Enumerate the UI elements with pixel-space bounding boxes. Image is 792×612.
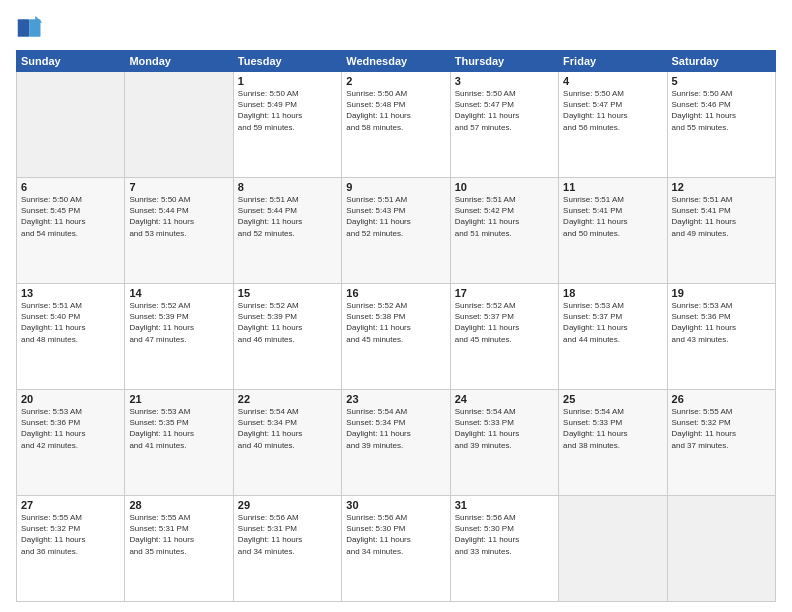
day-number: 14: [129, 287, 228, 299]
day-info: Sunrise: 5:53 AMSunset: 5:35 PMDaylight:…: [129, 406, 228, 451]
day-number: 10: [455, 181, 554, 193]
svg-marker-3: [35, 16, 42, 23]
day-number: 25: [563, 393, 662, 405]
day-info: Sunrise: 5:50 AMSunset: 5:45 PMDaylight:…: [21, 194, 120, 239]
calendar-cell: 5Sunrise: 5:50 AMSunset: 5:46 PMDaylight…: [667, 72, 775, 178]
weekday-header-wednesday: Wednesday: [342, 51, 450, 72]
calendar-cell: 16Sunrise: 5:52 AMSunset: 5:38 PMDayligh…: [342, 284, 450, 390]
day-number: 26: [672, 393, 771, 405]
day-info: Sunrise: 5:53 AMSunset: 5:36 PMDaylight:…: [21, 406, 120, 451]
day-number: 1: [238, 75, 337, 87]
day-number: 9: [346, 181, 445, 193]
day-number: 30: [346, 499, 445, 511]
calendar-cell: 29Sunrise: 5:56 AMSunset: 5:31 PMDayligh…: [233, 496, 341, 602]
day-info: Sunrise: 5:56 AMSunset: 5:31 PMDaylight:…: [238, 512, 337, 557]
calendar-cell: [17, 72, 125, 178]
calendar-cell: 19Sunrise: 5:53 AMSunset: 5:36 PMDayligh…: [667, 284, 775, 390]
calendar-cell: 13Sunrise: 5:51 AMSunset: 5:40 PMDayligh…: [17, 284, 125, 390]
day-number: 5: [672, 75, 771, 87]
day-info: Sunrise: 5:51 AMSunset: 5:44 PMDaylight:…: [238, 194, 337, 239]
calendar-cell: [559, 496, 667, 602]
weekday-header-saturday: Saturday: [667, 51, 775, 72]
calendar-table: SundayMondayTuesdayWednesdayThursdayFrid…: [16, 50, 776, 602]
calendar-cell: 14Sunrise: 5:52 AMSunset: 5:39 PMDayligh…: [125, 284, 233, 390]
day-info: Sunrise: 5:56 AMSunset: 5:30 PMDaylight:…: [455, 512, 554, 557]
week-row-2: 6Sunrise: 5:50 AMSunset: 5:45 PMDaylight…: [17, 178, 776, 284]
calendar-cell: 22Sunrise: 5:54 AMSunset: 5:34 PMDayligh…: [233, 390, 341, 496]
day-number: 8: [238, 181, 337, 193]
week-row-4: 20Sunrise: 5:53 AMSunset: 5:36 PMDayligh…: [17, 390, 776, 496]
calendar-cell: 23Sunrise: 5:54 AMSunset: 5:34 PMDayligh…: [342, 390, 450, 496]
weekday-header-monday: Monday: [125, 51, 233, 72]
day-info: Sunrise: 5:50 AMSunset: 5:46 PMDaylight:…: [672, 88, 771, 133]
day-number: 24: [455, 393, 554, 405]
day-number: 21: [129, 393, 228, 405]
weekday-header-tuesday: Tuesday: [233, 51, 341, 72]
day-info: Sunrise: 5:50 AMSunset: 5:47 PMDaylight:…: [455, 88, 554, 133]
calendar-cell: 11Sunrise: 5:51 AMSunset: 5:41 PMDayligh…: [559, 178, 667, 284]
calendar-cell: 18Sunrise: 5:53 AMSunset: 5:37 PMDayligh…: [559, 284, 667, 390]
calendar-cell: 7Sunrise: 5:50 AMSunset: 5:44 PMDaylight…: [125, 178, 233, 284]
day-info: Sunrise: 5:50 AMSunset: 5:44 PMDaylight:…: [129, 194, 228, 239]
day-number: 31: [455, 499, 554, 511]
day-number: 11: [563, 181, 662, 193]
week-row-3: 13Sunrise: 5:51 AMSunset: 5:40 PMDayligh…: [17, 284, 776, 390]
day-info: Sunrise: 5:52 AMSunset: 5:39 PMDaylight:…: [129, 300, 228, 345]
day-number: 19: [672, 287, 771, 299]
calendar-cell: 10Sunrise: 5:51 AMSunset: 5:42 PMDayligh…: [450, 178, 558, 284]
calendar-cell: 31Sunrise: 5:56 AMSunset: 5:30 PMDayligh…: [450, 496, 558, 602]
week-row-5: 27Sunrise: 5:55 AMSunset: 5:32 PMDayligh…: [17, 496, 776, 602]
day-info: Sunrise: 5:51 AMSunset: 5:40 PMDaylight:…: [21, 300, 120, 345]
weekday-header-thursday: Thursday: [450, 51, 558, 72]
day-info: Sunrise: 5:54 AMSunset: 5:34 PMDaylight:…: [346, 406, 445, 451]
day-number: 3: [455, 75, 554, 87]
day-info: Sunrise: 5:51 AMSunset: 5:41 PMDaylight:…: [672, 194, 771, 239]
day-number: 18: [563, 287, 662, 299]
day-info: Sunrise: 5:53 AMSunset: 5:37 PMDaylight:…: [563, 300, 662, 345]
day-info: Sunrise: 5:50 AMSunset: 5:48 PMDaylight:…: [346, 88, 445, 133]
day-number: 13: [21, 287, 120, 299]
day-number: 4: [563, 75, 662, 87]
logo: [16, 14, 48, 42]
day-number: 29: [238, 499, 337, 511]
day-info: Sunrise: 5:50 AMSunset: 5:49 PMDaylight:…: [238, 88, 337, 133]
day-number: 12: [672, 181, 771, 193]
day-info: Sunrise: 5:55 AMSunset: 5:32 PMDaylight:…: [21, 512, 120, 557]
calendar-cell: [667, 496, 775, 602]
day-info: Sunrise: 5:50 AMSunset: 5:47 PMDaylight:…: [563, 88, 662, 133]
calendar-cell: 26Sunrise: 5:55 AMSunset: 5:32 PMDayligh…: [667, 390, 775, 496]
calendar-cell: 28Sunrise: 5:55 AMSunset: 5:31 PMDayligh…: [125, 496, 233, 602]
day-info: Sunrise: 5:54 AMSunset: 5:34 PMDaylight:…: [238, 406, 337, 451]
calendar-cell: 1Sunrise: 5:50 AMSunset: 5:49 PMDaylight…: [233, 72, 341, 178]
day-number: 17: [455, 287, 554, 299]
calendar-cell: 24Sunrise: 5:54 AMSunset: 5:33 PMDayligh…: [450, 390, 558, 496]
calendar-cell: 12Sunrise: 5:51 AMSunset: 5:41 PMDayligh…: [667, 178, 775, 284]
day-number: 20: [21, 393, 120, 405]
day-number: 6: [21, 181, 120, 193]
calendar-cell: 4Sunrise: 5:50 AMSunset: 5:47 PMDaylight…: [559, 72, 667, 178]
calendar-cell: 9Sunrise: 5:51 AMSunset: 5:43 PMDaylight…: [342, 178, 450, 284]
calendar-cell: 8Sunrise: 5:51 AMSunset: 5:44 PMDaylight…: [233, 178, 341, 284]
day-info: Sunrise: 5:52 AMSunset: 5:39 PMDaylight:…: [238, 300, 337, 345]
day-info: Sunrise: 5:55 AMSunset: 5:32 PMDaylight:…: [672, 406, 771, 451]
day-info: Sunrise: 5:51 AMSunset: 5:43 PMDaylight:…: [346, 194, 445, 239]
weekday-header-row: SundayMondayTuesdayWednesdayThursdayFrid…: [17, 51, 776, 72]
day-number: 7: [129, 181, 228, 193]
calendar-cell: 27Sunrise: 5:55 AMSunset: 5:32 PMDayligh…: [17, 496, 125, 602]
calendar-cell: [125, 72, 233, 178]
calendar-cell: 15Sunrise: 5:52 AMSunset: 5:39 PMDayligh…: [233, 284, 341, 390]
week-row-1: 1Sunrise: 5:50 AMSunset: 5:49 PMDaylight…: [17, 72, 776, 178]
calendar-cell: 17Sunrise: 5:52 AMSunset: 5:37 PMDayligh…: [450, 284, 558, 390]
day-number: 27: [21, 499, 120, 511]
svg-rect-1: [18, 19, 29, 37]
day-number: 15: [238, 287, 337, 299]
calendar-cell: 6Sunrise: 5:50 AMSunset: 5:45 PMDaylight…: [17, 178, 125, 284]
day-info: Sunrise: 5:56 AMSunset: 5:30 PMDaylight:…: [346, 512, 445, 557]
day-info: Sunrise: 5:54 AMSunset: 5:33 PMDaylight:…: [563, 406, 662, 451]
day-info: Sunrise: 5:55 AMSunset: 5:31 PMDaylight:…: [129, 512, 228, 557]
day-info: Sunrise: 5:52 AMSunset: 5:38 PMDaylight:…: [346, 300, 445, 345]
weekday-header-friday: Friday: [559, 51, 667, 72]
day-info: Sunrise: 5:53 AMSunset: 5:36 PMDaylight:…: [672, 300, 771, 345]
calendar-cell: 20Sunrise: 5:53 AMSunset: 5:36 PMDayligh…: [17, 390, 125, 496]
calendar-cell: 21Sunrise: 5:53 AMSunset: 5:35 PMDayligh…: [125, 390, 233, 496]
